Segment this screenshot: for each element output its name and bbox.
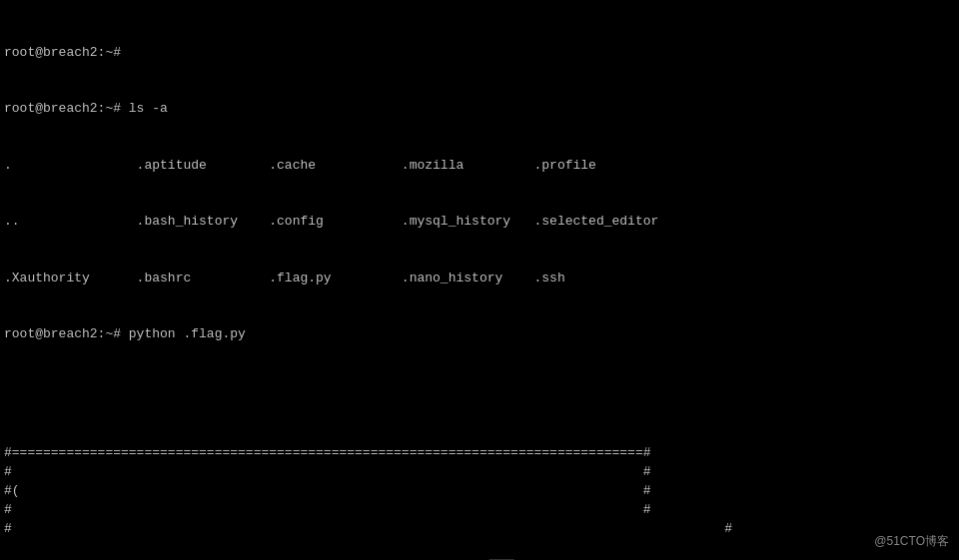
watermark: @51CTO博客 [874,533,949,550]
svg-text:breach2.0: breach2.0 [25,544,709,560]
breach-logo-svg: breach2.0 [20,522,709,560]
line-ls-out-2: .. .bash_history .config .mysql_history … [4,213,955,232]
line-blank [4,382,955,401]
terminal-window: root@breach2:~# root@breach2:~# ls -a . … [0,0,959,426]
line-ls-cmd: root@breach2:~# ls -a [4,100,955,119]
line-ls-out-1: . .aptitude .cache .mozilla .profile [4,157,955,176]
line-python-cmd: root@breach2:~# python .flag.py [4,325,955,344]
line-ls-out-3: .Xauthority .bashrc .flag.py .nano_histo… [4,270,955,288]
ascii-art-section: #=======================================… [0,426,959,560]
line-1: root@breach2:~# [4,44,955,63]
